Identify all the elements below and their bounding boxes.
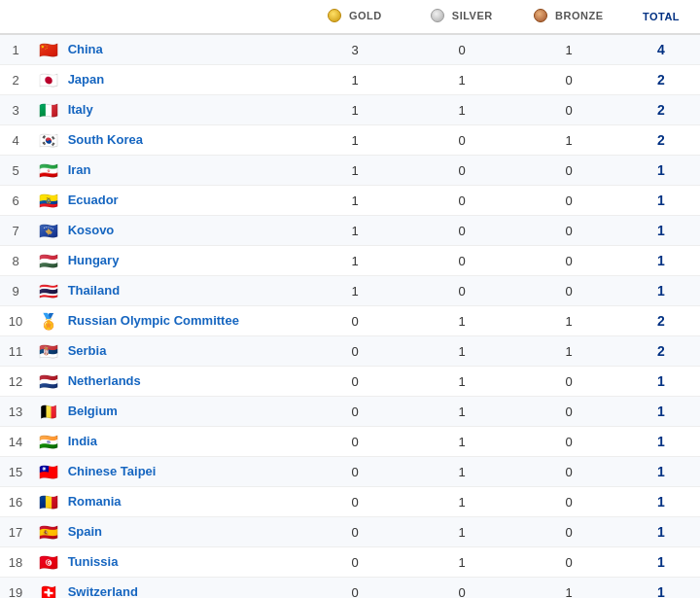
bronze-cell: 0 bbox=[515, 547, 622, 578]
silver-cell: 0 bbox=[408, 216, 515, 246]
bronze-cell: 1 bbox=[515, 578, 622, 598]
country-cell: 🇮🇳 India bbox=[31, 427, 301, 457]
bronze-cell: 1 bbox=[515, 306, 622, 336]
country-link[interactable]: Russian Olympic Committee bbox=[68, 313, 239, 328]
bronze-header: BRONZE bbox=[515, 0, 622, 34]
flag-icon: 🇮🇹 bbox=[39, 103, 58, 117]
silver-label: SILVER bbox=[452, 10, 493, 21]
country-link[interactable]: China bbox=[68, 42, 103, 56]
bronze-cell: 0 bbox=[515, 457, 622, 487]
total-cell: 2 bbox=[622, 95, 700, 125]
gold-cell: 1 bbox=[301, 156, 408, 186]
country-link[interactable]: Hungary bbox=[68, 253, 120, 267]
total-cell: 1 bbox=[622, 578, 700, 598]
total-cell: 1 bbox=[622, 547, 700, 578]
total-cell: 2 bbox=[622, 65, 700, 95]
country-link[interactable]: Italy bbox=[68, 102, 93, 117]
table-row: 12 🇳🇱 Netherlands 0 1 0 1 bbox=[0, 367, 700, 397]
bronze-label: BRONZE bbox=[555, 10, 603, 21]
medal-table: GOLD SILVER BRONZE TOTAL 1 🇨🇳 China 3 0 bbox=[0, 0, 700, 598]
total-header: TOTAL bbox=[622, 0, 700, 34]
table-row: 1 🇨🇳 China 3 0 1 4 bbox=[0, 34, 700, 65]
gold-cell: 1 bbox=[301, 95, 408, 125]
silver-cell: 0 bbox=[408, 125, 515, 156]
bronze-cell: 1 bbox=[515, 125, 622, 156]
gold-cell: 1 bbox=[301, 125, 408, 156]
silver-medal-icon bbox=[431, 9, 444, 22]
silver-cell: 1 bbox=[408, 65, 515, 95]
total-cell: 1 bbox=[622, 487, 700, 517]
gold-header: GOLD bbox=[301, 0, 408, 34]
silver-cell: 0 bbox=[408, 246, 515, 276]
bronze-cell: 0 bbox=[515, 156, 622, 186]
country-link[interactable]: Netherlands bbox=[68, 373, 141, 388]
bronze-cell: 0 bbox=[515, 487, 622, 517]
gold-cell: 1 bbox=[301, 216, 408, 246]
total-cell: 1 bbox=[622, 216, 700, 246]
rank-cell: 10 bbox=[0, 306, 31, 336]
table-row: 2 🇯🇵 Japan 1 1 0 2 bbox=[0, 65, 700, 95]
bronze-cell: 0 bbox=[515, 276, 622, 306]
gold-cell: 1 bbox=[301, 276, 408, 306]
country-link[interactable]: Spain bbox=[68, 524, 102, 539]
bronze-cell: 0 bbox=[515, 397, 622, 427]
country-cell: 🇯🇵 Japan bbox=[31, 65, 301, 95]
flag-icon: 🇽🇰 bbox=[39, 224, 58, 237]
country-link[interactable]: Iran bbox=[68, 162, 91, 177]
total-cell: 1 bbox=[622, 517, 700, 547]
bronze-cell: 0 bbox=[515, 517, 622, 547]
rank-cell: 1 bbox=[0, 34, 31, 65]
country-link[interactable]: Japan bbox=[68, 72, 105, 87]
bronze-cell: 1 bbox=[515, 34, 622, 65]
country-link[interactable]: Chinese Taipei bbox=[68, 464, 157, 478]
country-link[interactable]: South Korea bbox=[68, 132, 143, 147]
total-cell: 1 bbox=[622, 367, 700, 397]
total-cell: 1 bbox=[622, 457, 700, 487]
country-cell: 🇳🇱 Netherlands bbox=[31, 367, 301, 397]
country-link[interactable]: Thailand bbox=[68, 283, 120, 298]
total-cell: 2 bbox=[622, 336, 700, 367]
bronze-cell: 0 bbox=[515, 65, 622, 95]
bronze-cell: 0 bbox=[515, 427, 622, 457]
flag-icon: 🇷🇴 bbox=[39, 495, 58, 509]
country-cell: 🇽🇰 Kosovo bbox=[31, 216, 301, 246]
table-row: 11 🇷🇸 Serbia 0 1 1 2 bbox=[0, 336, 700, 367]
table-row: 8 🇭🇺 Hungary 1 0 0 1 bbox=[0, 246, 700, 276]
country-link[interactable]: Kosovo bbox=[68, 223, 115, 237]
silver-cell: 1 bbox=[408, 487, 515, 517]
country-link[interactable]: Serbia bbox=[68, 343, 107, 358]
flag-icon: 🇷🇸 bbox=[39, 344, 58, 358]
gold-cell: 0 bbox=[301, 367, 408, 397]
silver-cell: 1 bbox=[408, 367, 515, 397]
bronze-cell: 0 bbox=[515, 367, 622, 397]
rank-cell: 15 bbox=[0, 457, 31, 487]
gold-cell: 0 bbox=[301, 487, 408, 517]
flag-icon: 🇹🇼 bbox=[39, 465, 58, 478]
country-link[interactable]: Ecuador bbox=[68, 193, 119, 207]
country-cell: 🇨🇳 China bbox=[31, 34, 301, 65]
table-row: 19 🇨🇭 Switzerland 0 0 1 1 bbox=[0, 578, 700, 598]
gold-cell: 1 bbox=[301, 186, 408, 216]
flag-icon: 🇹🇳 bbox=[39, 555, 58, 569]
gold-cell: 0 bbox=[301, 397, 408, 427]
silver-cell: 1 bbox=[408, 95, 515, 125]
flag-icon: 🇮🇳 bbox=[39, 435, 58, 448]
country-link[interactable]: India bbox=[68, 434, 97, 448]
country-link[interactable]: Switzerland bbox=[68, 584, 138, 598]
total-cell: 1 bbox=[622, 397, 700, 427]
table-row: 7 🇽🇰 Kosovo 1 0 0 1 bbox=[0, 216, 700, 246]
total-cell: 1 bbox=[622, 427, 700, 457]
bronze-cell: 0 bbox=[515, 95, 622, 125]
flag-icon: 🇪🇸 bbox=[39, 525, 58, 539]
country-link[interactable]: Belgium bbox=[68, 404, 118, 418]
gold-cell: 3 bbox=[301, 34, 408, 65]
country-cell: 🇹🇭 Thailand bbox=[31, 276, 301, 306]
country-link[interactable]: Romania bbox=[68, 494, 122, 509]
bronze-cell: 0 bbox=[515, 246, 622, 276]
table-row: 3 🇮🇹 Italy 1 1 0 2 bbox=[0, 95, 700, 125]
rank-cell: 13 bbox=[0, 397, 31, 427]
silver-cell: 0 bbox=[408, 276, 515, 306]
bronze-cell: 0 bbox=[515, 216, 622, 246]
country-link[interactable]: Tunissia bbox=[68, 554, 119, 569]
rank-cell: 9 bbox=[0, 276, 31, 306]
